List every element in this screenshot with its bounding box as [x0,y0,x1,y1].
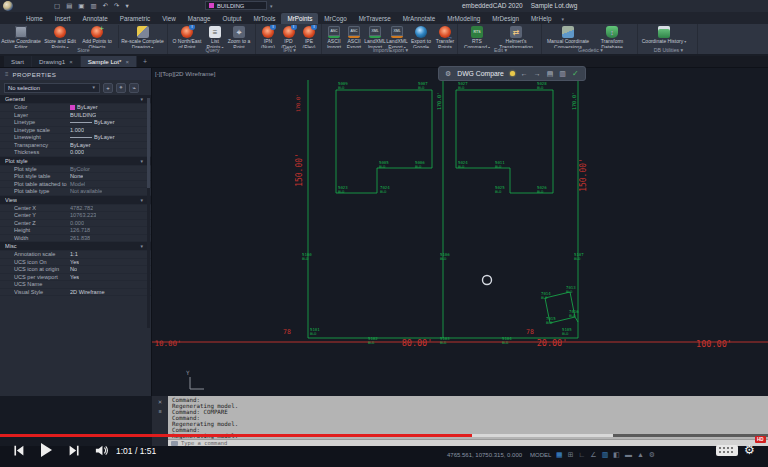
property-row[interactable]: Thickness 0.000 [0,149,151,157]
ribbon-tab[interactable]: Output [217,13,248,24]
compare-settings-icon[interactable]: ▥ [559,69,566,79]
property-row[interactable]: Plot style ByColor [0,166,151,174]
layer-dropdown[interactable]: BUILDING [205,1,267,10]
new-file-icon[interactable]: ▢ [54,2,60,10]
property-row[interactable]: Layer BUILDING [0,112,151,120]
document-tab[interactable]: Sample Lot* [81,56,137,67]
select-objects-icon[interactable]: ⌖ [116,83,126,93]
property-row[interactable]: Height 126.718 [0,227,151,235]
property-row[interactable]: Width 261.838 [0,235,151,243]
ribbon-button[interactable]: Re-scale Complete Drawing [118,25,166,48]
layer-dropdown-arrow-icon[interactable]: ▾ [270,3,273,9]
viewport-controls[interactable]: [-][Top][2D Wireframe] [155,70,216,77]
ribbon-tab[interactable]: MrPoints [281,13,318,24]
ribbon-tab[interactable]: Annotate [77,13,114,24]
ribbon-button[interactable]: IPN (Num) [258,25,278,48]
property-row[interactable]: View [0,196,151,205]
export-snapshot-icon[interactable]: ▤ [547,69,554,79]
command-history[interactable]: Command: Regenerating model. Command: CO… [168,396,768,439]
object-snap-tracking-icon[interactable]: ◧ [613,450,620,460]
ribbon-tab[interactable]: MrDesign [486,13,525,24]
property-row[interactable]: Annotation scale 1:1 [0,251,151,259]
ribbon-tab[interactable]: MrModeling [441,13,486,24]
property-row[interactable]: Plot style [0,157,151,166]
ribbon-group-label[interactable]: IPN ▾ [258,47,321,54]
property-row[interactable]: General [0,95,151,104]
property-row[interactable]: Lineweight ByLayer [0,134,151,142]
customize-icon[interactable]: ≡ [158,408,161,414]
property-row[interactable]: Center X 4782.782 [0,205,151,213]
ribbon-button[interactable]: Store and Edit Points [42,25,78,48]
polar-tracking-icon[interactable]: ∠ [590,450,596,460]
property-row[interactable]: Transparency ByLayer [0,142,151,150]
property-row[interactable]: UCS icon at origin No [0,266,151,274]
grid-display-icon[interactable]: ▦ [556,450,563,460]
previous-video-button[interactable] [12,444,25,457]
video-settings-icon[interactable]: ⚙ [744,443,755,457]
next-difference-icon[interactable]: → [534,69,541,79]
property-row[interactable]: Linetype ByLayer [0,119,151,127]
keyboard-icon[interactable] [716,445,738,456]
redo-icon[interactable]: ↷ [114,2,119,10]
undo-icon[interactable]: ↶ [103,2,108,10]
workspace-gear-icon[interactable]: ⚙ [649,450,655,460]
ribbon-tab[interactable]: MrTraverse [353,13,397,24]
pickadd-toggle-icon[interactable]: + [103,83,113,93]
ribbon-button[interactable]: Add Points to Objects [78,25,116,48]
property-row[interactable]: Misc [0,242,151,251]
ribbon-tab[interactable]: Manage [182,13,217,24]
ribbon-button[interactable]: Helmert's Transformation [494,25,538,48]
ribbon-button[interactable]: LandXML Export [386,25,408,48]
previous-difference-icon[interactable]: ← [521,69,528,79]
video-progress-bar[interactable] [0,434,768,437]
ribbon-button[interactable]: Transform Database [592,25,632,48]
save-file-icon[interactable]: ▣ [78,2,84,10]
ribbon-button[interactable]: RTS Command [460,25,494,48]
palette-header[interactable]: ≡ PROPERTIES [0,68,151,80]
ribbon-button[interactable]: Coordinate History [640,25,688,48]
ribbon-tab[interactable]: View [156,13,182,24]
property-row[interactable]: UCS Name [0,281,151,289]
bulb-icon[interactable] [510,71,515,76]
ribbon-tab[interactable]: Parametric [114,13,156,24]
snap-mode-icon[interactable]: ⊞ [568,450,574,460]
print-icon[interactable]: ▥ [90,2,96,10]
property-row[interactable]: Color ByLayer [0,104,151,112]
model-space-button[interactable]: MODEL [530,452,551,458]
property-row[interactable]: Plot table attached to Model [0,181,151,189]
close-tab-icon[interactable] [69,59,73,65]
ribbon-button[interactable]: Active Coordinate Editor [0,25,42,48]
ribbon-tab[interactable]: MrHelp [525,13,557,24]
command-input[interactable]: Type a command [168,439,768,446]
play-button[interactable] [38,442,54,458]
annotation-scale-icon[interactable]: ▲ [637,450,644,460]
ribbon-button[interactable]: Export to Google Earth [408,25,434,48]
property-row[interactable]: Plot table type Not available [0,188,151,196]
ribbon-button[interactable]: ASCII Export [344,25,364,48]
ribbon-group-label[interactable]: Geodetic ▾ [544,47,637,54]
quick-select-icon[interactable]: ⌁ [129,83,139,93]
document-tab[interactable]: Start [4,56,32,67]
ribbon-button[interactable]: Zoom to a Point [226,25,252,48]
next-video-button[interactable] [68,444,81,457]
property-row[interactable]: UCS per viewport Yes [0,274,151,282]
ribbon-button[interactable]: Transfer Points [434,25,456,48]
ribbon-group-label[interactable]: Store [0,47,167,54]
selection-dropdown[interactable]: No selection ▼ [4,83,100,93]
app-logo-icon[interactable] [3,1,13,11]
close-icon[interactable]: ✕ [158,399,163,405]
ribbon-button[interactable]: O North/East of Point [170,25,204,48]
ribbon-button[interactable]: Manual Coordinate Conversions [544,25,592,48]
ribbon-tab[interactable]: MrCogo [318,13,352,24]
ribbon-button[interactable]: LandXML Import [364,25,386,48]
ribbon-group-label[interactable]: Edit ▾ [460,47,541,54]
property-row[interactable]: Plot style table None [0,173,151,181]
ribbon-group-label[interactable]: DB Utilities ▾ [640,47,697,54]
osnap-icon[interactable]: ▥ [602,450,609,460]
ribbon-tab[interactable]: MrAnnotate [397,13,442,24]
ortho-icon[interactable]: ∟ [579,450,586,460]
accept-compare-icon[interactable]: ✓ [572,69,579,78]
property-row[interactable]: Visual Style 2D Wireframe [0,289,151,297]
property-row[interactable]: UCS icon On Yes [0,259,151,267]
new-tab-button[interactable]: + [137,56,153,67]
